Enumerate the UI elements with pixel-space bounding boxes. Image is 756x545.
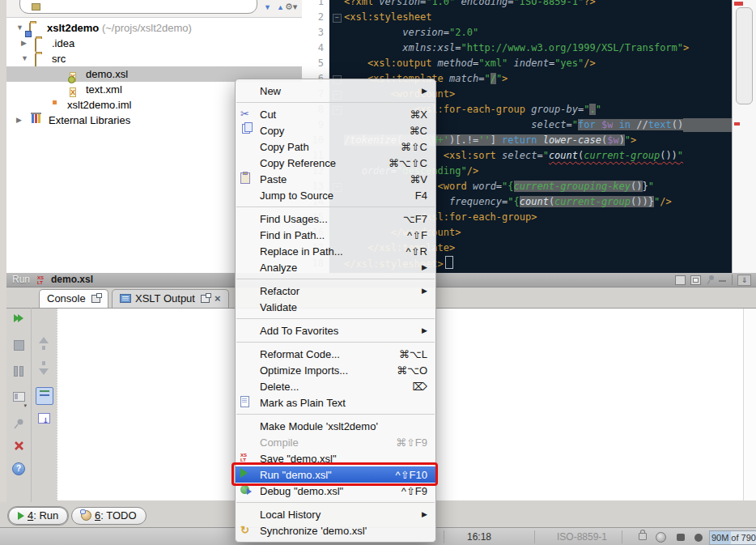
run-icon [18, 512, 24, 520]
code-token: current-grouping-key [514, 181, 631, 192]
float-mode-icon[interactable] [675, 275, 686, 285]
code-line-4[interactable]: xmlns:xsl="http://www.w3.org/1999/XSL/Tr… [344, 40, 756, 56]
caret-position[interactable]: 16:18 [467, 528, 491, 545]
code-token: /> [467, 165, 478, 177]
menu-item-copy-path[interactable]: Copy Path⌘⇧C [236, 138, 435, 155]
menu-item-mark-as-plain-text[interactable]: Mark as Plain Text [236, 394, 435, 411]
close-panel-icon[interactable] [11, 439, 27, 455]
expand-arrow-icon[interactable]: ▲ [277, 3, 284, 11]
menu-item-new[interactable]: New▶ [236, 83, 435, 99]
fold-icon[interactable]: − [333, 14, 342, 23]
autoscroll-toggle-icon[interactable] [36, 387, 53, 405]
tree-item-src[interactable]: ▼src [6, 51, 302, 66]
menu-separator [236, 318, 435, 319]
todo-icon [81, 510, 91, 521]
collapsed-arrow-icon[interactable]: ▶ [21, 36, 27, 51]
pause-icon[interactable] [11, 366, 27, 382]
lock-icon[interactable] [639, 533, 647, 540]
export-icon[interactable] [36, 413, 52, 429]
code-token: = [508, 0, 513, 7]
collapse-arrow-icon[interactable]: ▼ [264, 3, 271, 11]
menu-item-cut[interactable]: ✂Cut⌘X [236, 106, 435, 122]
tree-item-xslt2demo[interactable]: ▼xslt2demo (~/projs/xslt2demo) [6, 20, 302, 36]
code-token [596, 119, 601, 130]
code-token [508, 57, 513, 69]
code-token: frequency [449, 196, 502, 207]
editor-scrollbar[interactable] [732, 0, 756, 273]
float-tab-icon[interactable] [201, 295, 210, 303]
menu-item-add-to-favorites[interactable]: Add To Favorites▶ [236, 322, 435, 338]
expanded-arrow-icon[interactable]: ▼ [16, 20, 23, 36]
menu-separator [236, 502, 435, 503]
menu-item-jump-to-source[interactable]: Jump to SourceF4 [236, 187, 435, 203]
dock-mode-icon[interactable] [690, 275, 701, 285]
expanded-arrow-icon[interactable]: ▼ [21, 51, 28, 66]
highlighting-level-icon[interactable] [677, 534, 685, 541]
hector-icon[interactable] [656, 532, 666, 543]
ide-window: ▼ ▲ ⚙▾ ▼xslt2demo (~/projs/xslt2demo)▶.i… [0, 0, 756, 545]
menu-item-copy-reference[interactable]: Copy Reference⌘⌥⇧C [236, 155, 435, 171]
pin-tab-icon[interactable] [11, 416, 27, 432]
toolwindow-button-run[interactable]: 4: Run [8, 507, 68, 525]
restore-layout-icon[interactable]: ▾ [11, 392, 27, 408]
menu-icon-slot [240, 84, 260, 97]
menu-separator [236, 102, 435, 103]
code-line-2[interactable]: <xsl:stylesheet [344, 10, 733, 25]
menu-item-make-module-xslt2demo[interactable]: Make Module 'xslt2demo' [236, 418, 435, 434]
code-token: <xsl:sort [444, 150, 502, 161]
code-token [445, 256, 453, 269]
stop-icon[interactable] [11, 340, 27, 356]
tab-console[interactable]: Console [39, 289, 108, 308]
tree-item--idea[interactable]: ▶.idea [6, 36, 302, 51]
file-encoding[interactable]: ISO-8859-1 [557, 528, 607, 545]
rerun-icon[interactable] [11, 313, 27, 329]
tab-xslt-output[interactable]: XSLT Output× [112, 289, 229, 308]
code-line-5[interactable]: <xsl:output method="xml" indent="yes"/> [344, 56, 756, 71]
menu-shortcut: ⌦ [413, 381, 427, 393]
menu-item-optimize-imports[interactable]: Optimize Imports...⌘⌥O [236, 362, 435, 378]
menu-item-label: New [260, 85, 407, 97]
menu-item-delete[interactable]: Delete...⌦ [236, 378, 435, 394]
event-log-icon[interactable] [694, 534, 703, 542]
menu-item-refactor[interactable]: Refactor▶ [236, 283, 435, 299]
console-scrollbar-track[interactable] [744, 309, 756, 500]
menu-item-analyze[interactable]: Analyze▶ [236, 259, 435, 275]
code-token: = [455, 42, 461, 53]
titlebar-divider [732, 275, 733, 285]
help-icon[interactable]: ? [11, 462, 27, 478]
next-occurrence-icon[interactable] [36, 361, 52, 377]
memory-indicator[interactable]: 90M of 790M [709, 530, 756, 545]
minimize-icon[interactable] [719, 280, 726, 282]
menu-item-local-history[interactable]: Local History▶ [236, 506, 435, 522]
menu-item-find-usages[interactable]: Find Usages...⌥F7 [236, 211, 435, 227]
menu-item-paste[interactable]: Paste⌘V [236, 171, 435, 187]
gear-icon[interactable]: ⚙▾ [285, 2, 297, 12]
project-toolbar: ▼ ▲ ⚙▾ [6, 0, 302, 18]
float-tab-icon[interactable] [91, 295, 100, 303]
prev-occurrence-icon[interactable] [36, 334, 52, 350]
error-stripe-mark[interactable] [734, 122, 740, 126]
scrollbar-thumb[interactable] [736, 7, 753, 104]
menu-item-replace-in-path[interactable]: Replace in Path...^⇧R [236, 243, 435, 259]
menu-item-find-in-path[interactable]: Find in Path...^⇧F [236, 227, 435, 243]
xml-file-icon: X [70, 83, 83, 96]
menu-item-reformat-code[interactable]: Reformat Code...⌘⌥L [236, 346, 435, 362]
menu-item-synchronize-demo-xsl[interactable]: ↻Synchronize 'demo.xsl' [236, 522, 435, 539]
toolwindow-button-todo[interactable]: 6: TODO [71, 507, 147, 525]
menu-item-copy[interactable]: Copy⌘C [236, 122, 435, 138]
run-button-label: : Run [33, 509, 58, 522]
project-view-combo[interactable] [19, 0, 257, 14]
menu-item-validate[interactable]: Validate [236, 299, 435, 315]
collapsed-arrow-icon[interactable]: ▶ [16, 113, 22, 128]
pin-icon[interactable] [706, 275, 716, 285]
hide-panel-icon[interactable]: ⇓ [737, 275, 751, 286]
menu-icon-slot [240, 419, 260, 432]
close-tab-icon[interactable]: × [214, 292, 221, 304]
code-token: = [537, 150, 542, 161]
code-line-1[interactable]: <?xml version="1.0" encoding="ISO-8859-1… [344, 0, 733, 10]
error-stripe-mark[interactable] [734, 2, 743, 6]
code-line-3[interactable]: version="2.0" [344, 25, 756, 40]
xsl-file-icon: X [70, 68, 83, 80]
submenu-arrow-icon: ▶ [422, 510, 427, 518]
menu-shortcut: ^⇧F9 [401, 485, 427, 497]
